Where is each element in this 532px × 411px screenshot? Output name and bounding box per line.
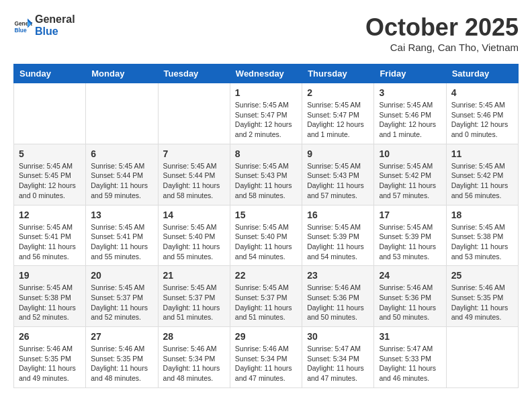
day-number: 16	[307, 210, 369, 220]
day-info: Sunrise: 5:47 AM Sunset: 5:33 PM Dayligh…	[379, 344, 441, 383]
calendar-cell: 17Sunrise: 5:45 AM Sunset: 5:39 PM Dayli…	[374, 205, 446, 266]
day-info: Sunrise: 5:45 AM Sunset: 5:44 PM Dayligh…	[91, 161, 152, 201]
day-number: 27	[91, 331, 152, 342]
location-subtitle: Cai Rang, Can Tho, Vietnam	[365, 42, 519, 53]
day-info: Sunrise: 5:46 AM Sunset: 5:35 PM Dayligh…	[451, 283, 513, 322]
day-info: Sunrise: 5:45 AM Sunset: 5:39 PM Dayligh…	[307, 222, 369, 262]
day-number: 6	[91, 148, 152, 159]
day-number: 2	[307, 87, 369, 98]
column-header-tuesday: Tuesday	[158, 64, 230, 83]
day-number: 12	[19, 210, 81, 220]
calendar-cell	[86, 83, 158, 144]
calendar-cell: 27Sunrise: 5:46 AM Sunset: 5:35 PM Dayli…	[86, 327, 158, 388]
logo-general-text: General	[35, 13, 75, 26]
day-info: Sunrise: 5:45 AM Sunset: 5:37 PM Dayligh…	[91, 283, 152, 322]
calendar-cell: 23Sunrise: 5:46 AM Sunset: 5:36 PM Dayli…	[302, 266, 374, 327]
logo: General Blue General Blue	[13, 13, 75, 37]
calendar-cell: 24Sunrise: 5:46 AM Sunset: 5:36 PM Dayli…	[374, 266, 446, 327]
calendar-cell	[14, 83, 86, 144]
calendar-cell: 1Sunrise: 5:45 AM Sunset: 5:47 PM Daylig…	[230, 83, 302, 144]
title-block: October 2025 Cai Rang, Can Tho, Vietnam	[365, 13, 519, 53]
day-info: Sunrise: 5:45 AM Sunset: 5:39 PM Dayligh…	[379, 222, 441, 262]
calendar-cell: 22Sunrise: 5:45 AM Sunset: 5:37 PM Dayli…	[230, 266, 302, 327]
calendar-cell: 3Sunrise: 5:45 AM Sunset: 5:46 PM Daylig…	[374, 83, 446, 144]
calendar-week-row: 12Sunrise: 5:45 AM Sunset: 5:41 PM Dayli…	[14, 205, 519, 266]
svg-text:Blue: Blue	[14, 26, 26, 33]
day-info: Sunrise: 5:45 AM Sunset: 5:41 PM Dayligh…	[91, 222, 152, 262]
calendar-cell: 10Sunrise: 5:45 AM Sunset: 5:42 PM Dayli…	[374, 144, 446, 205]
day-info: Sunrise: 5:45 AM Sunset: 5:43 PM Dayligh…	[307, 161, 369, 201]
calendar-cell	[446, 327, 518, 388]
month-title: October 2025	[365, 13, 519, 42]
day-info: Sunrise: 5:46 AM Sunset: 5:34 PM Dayligh…	[163, 344, 225, 383]
column-header-thursday: Thursday	[302, 64, 374, 83]
calendar-cell: 14Sunrise: 5:45 AM Sunset: 5:40 PM Dayli…	[158, 205, 230, 266]
calendar-cell: 28Sunrise: 5:46 AM Sunset: 5:34 PM Dayli…	[158, 327, 230, 388]
logo-blue-text: Blue	[35, 26, 75, 38]
column-header-monday: Monday	[86, 64, 158, 83]
calendar-cell: 18Sunrise: 5:45 AM Sunset: 5:38 PM Dayli…	[446, 205, 518, 266]
day-number: 28	[163, 331, 225, 342]
day-info: Sunrise: 5:45 AM Sunset: 5:43 PM Dayligh…	[235, 161, 297, 201]
day-number: 24	[379, 270, 441, 281]
calendar-header-row: SundayMondayTuesdayWednesdayThursdayFrid…	[14, 64, 519, 83]
calendar-cell	[158, 83, 230, 144]
calendar-cell: 25Sunrise: 5:46 AM Sunset: 5:35 PM Dayli…	[446, 266, 518, 327]
day-info: Sunrise: 5:45 AM Sunset: 5:38 PM Dayligh…	[19, 283, 81, 322]
calendar-cell: 2Sunrise: 5:45 AM Sunset: 5:47 PM Daylig…	[302, 83, 374, 144]
calendar-cell: 19Sunrise: 5:45 AM Sunset: 5:38 PM Dayli…	[14, 266, 86, 327]
column-header-friday: Friday	[374, 64, 446, 83]
day-info: Sunrise: 5:45 AM Sunset: 5:47 PM Dayligh…	[235, 100, 297, 140]
calendar-cell: 15Sunrise: 5:45 AM Sunset: 5:40 PM Dayli…	[230, 205, 302, 266]
day-info: Sunrise: 5:45 AM Sunset: 5:38 PM Dayligh…	[451, 222, 513, 262]
day-number: 23	[307, 270, 369, 281]
calendar-week-row: 19Sunrise: 5:45 AM Sunset: 5:38 PM Dayli…	[14, 266, 519, 327]
calendar-cell: 9Sunrise: 5:45 AM Sunset: 5:43 PM Daylig…	[302, 144, 374, 205]
day-number: 30	[307, 331, 369, 342]
page-header: General Blue General Blue October 2025 C…	[13, 13, 519, 53]
day-number: 7	[163, 148, 225, 159]
column-header-wednesday: Wednesday	[230, 64, 302, 83]
calendar-cell: 30Sunrise: 5:47 AM Sunset: 5:34 PM Dayli…	[302, 327, 374, 388]
day-info: Sunrise: 5:47 AM Sunset: 5:34 PM Dayligh…	[307, 344, 369, 383]
day-info: Sunrise: 5:45 AM Sunset: 5:42 PM Dayligh…	[379, 161, 441, 201]
day-info: Sunrise: 5:45 AM Sunset: 5:45 PM Dayligh…	[19, 161, 81, 201]
calendar-week-row: 26Sunrise: 5:46 AM Sunset: 5:35 PM Dayli…	[14, 327, 519, 388]
calendar-cell: 26Sunrise: 5:46 AM Sunset: 5:35 PM Dayli…	[14, 327, 86, 388]
day-number: 13	[91, 210, 152, 220]
calendar-cell: 6Sunrise: 5:45 AM Sunset: 5:44 PM Daylig…	[86, 144, 158, 205]
day-info: Sunrise: 5:46 AM Sunset: 5:36 PM Dayligh…	[379, 283, 441, 322]
calendar-week-row: 5Sunrise: 5:45 AM Sunset: 5:45 PM Daylig…	[14, 144, 519, 205]
day-number: 3	[379, 87, 441, 98]
calendar-cell: 8Sunrise: 5:45 AM Sunset: 5:43 PM Daylig…	[230, 144, 302, 205]
calendar-cell: 31Sunrise: 5:47 AM Sunset: 5:33 PM Dayli…	[374, 327, 446, 388]
day-info: Sunrise: 5:46 AM Sunset: 5:35 PM Dayligh…	[91, 344, 152, 383]
day-info: Sunrise: 5:45 AM Sunset: 5:41 PM Dayligh…	[19, 222, 81, 262]
day-number: 15	[235, 210, 297, 220]
column-header-saturday: Saturday	[446, 64, 518, 83]
day-number: 22	[235, 270, 297, 281]
day-number: 19	[19, 270, 81, 281]
day-info: Sunrise: 5:45 AM Sunset: 5:37 PM Dayligh…	[163, 283, 225, 322]
day-info: Sunrise: 5:45 AM Sunset: 5:40 PM Dayligh…	[235, 222, 297, 262]
day-number: 17	[379, 210, 441, 220]
day-number: 31	[379, 331, 441, 342]
day-number: 10	[379, 148, 441, 159]
day-number: 5	[19, 148, 81, 159]
day-info: Sunrise: 5:46 AM Sunset: 5:34 PM Dayligh…	[235, 344, 297, 383]
day-number: 11	[451, 148, 513, 159]
column-header-sunday: Sunday	[14, 64, 86, 83]
day-number: 18	[451, 210, 513, 220]
calendar-cell: 5Sunrise: 5:45 AM Sunset: 5:45 PM Daylig…	[14, 144, 86, 205]
day-number: 29	[235, 331, 297, 342]
day-info: Sunrise: 5:45 AM Sunset: 5:44 PM Dayligh…	[163, 161, 225, 201]
calendar-cell: 7Sunrise: 5:45 AM Sunset: 5:44 PM Daylig…	[158, 144, 230, 205]
calendar-cell: 13Sunrise: 5:45 AM Sunset: 5:41 PM Dayli…	[86, 205, 158, 266]
day-info: Sunrise: 5:45 AM Sunset: 5:42 PM Dayligh…	[451, 161, 513, 201]
day-number: 21	[163, 270, 225, 281]
day-number: 14	[163, 210, 225, 220]
calendar-cell: 20Sunrise: 5:45 AM Sunset: 5:37 PM Dayli…	[86, 266, 158, 327]
day-info: Sunrise: 5:45 AM Sunset: 5:47 PM Dayligh…	[307, 100, 369, 140]
day-number: 26	[19, 331, 81, 342]
day-number: 1	[235, 87, 297, 98]
